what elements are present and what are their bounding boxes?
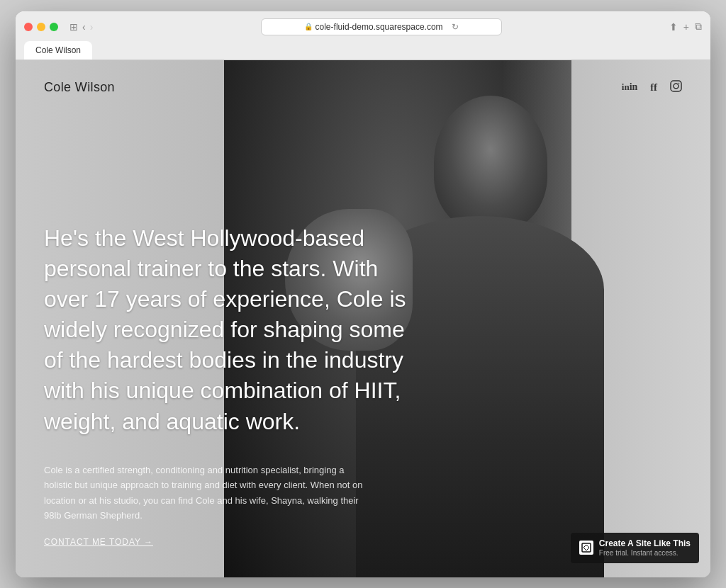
- tab-bar: Cole Wilson: [24, 41, 702, 60]
- window-controls: ⊞ ‹ ›: [69, 21, 93, 33]
- tab-grid-icon[interactable]: ⊞: [69, 21, 78, 33]
- squarespace-badge[interactable]: Create A Site Like This Free trial. Inst…: [571, 533, 699, 562]
- browser-chrome: ⊞ ‹ › 🔒 cole-fluid-demo.squarespace.com …: [16, 11, 710, 60]
- maximize-button[interactable]: [50, 23, 58, 31]
- address-bar-container: 🔒 cole-fluid-demo.squarespace.com ↻: [99, 18, 663, 35]
- browser-window: ⊞ ‹ › 🔒 cole-fluid-demo.squarespace.com …: [16, 11, 710, 577]
- person-head: [434, 96, 547, 230]
- svg-rect-0: [671, 81, 681, 91]
- duplicate-icon[interactable]: ⧉: [695, 21, 702, 33]
- back-button[interactable]: ‹: [82, 21, 86, 33]
- site-header: Cole Wilson in f: [16, 60, 710, 115]
- site-nav: in f: [622, 80, 682, 95]
- svg-point-1: [674, 84, 678, 89]
- ss-badge-title: Create A Site Like This: [599, 538, 691, 548]
- contact-cta-link[interactable]: CONTACT ME TODAY →: [44, 537, 153, 547]
- linkedin-icon[interactable]: in: [622, 81, 638, 93]
- url-text: cole-fluid-demo.squarespace.com: [315, 22, 443, 32]
- facebook-icon[interactable]: f: [650, 81, 657, 94]
- reload-icon[interactable]: ↻: [452, 22, 459, 32]
- ss-badge-content: Create A Site Like This Free trial. Inst…: [599, 538, 691, 557]
- lock-icon: 🔒: [304, 23, 313, 30]
- share-icon[interactable]: ⬆: [669, 21, 678, 33]
- instagram-icon[interactable]: [670, 80, 682, 95]
- hero-headline: He's the West Hollywood-based personal t…: [44, 223, 413, 437]
- hero-body: Cole is a certified strength, conditioni…: [44, 463, 370, 524]
- site-logo[interactable]: Cole Wilson: [44, 80, 115, 95]
- site-content: Cole Wilson in f He's the West Hollywood…: [16, 60, 710, 577]
- hero-text: He's the West Hollywood-based personal t…: [44, 223, 413, 548]
- traffic-lights: [24, 23, 58, 31]
- squarespace-icon: [579, 541, 593, 555]
- new-tab-icon[interactable]: +: [683, 21, 689, 33]
- browser-controls: ⊞ ‹ › 🔒 cole-fluid-demo.squarespace.com …: [24, 18, 702, 35]
- minimize-button[interactable]: [37, 23, 45, 31]
- browser-actions: ⬆ + ⧉: [669, 21, 702, 33]
- ss-badge-subtitle: Free trial. Instant access.: [599, 549, 691, 558]
- svg-point-2: [678, 82, 680, 84]
- forward-button[interactable]: ›: [90, 21, 94, 33]
- active-tab[interactable]: Cole Wilson: [24, 41, 92, 60]
- address-bar[interactable]: 🔒 cole-fluid-demo.squarespace.com ↻: [261, 18, 502, 35]
- close-button[interactable]: [24, 23, 33, 31]
- tab-label: Cole Wilson: [35, 45, 81, 55]
